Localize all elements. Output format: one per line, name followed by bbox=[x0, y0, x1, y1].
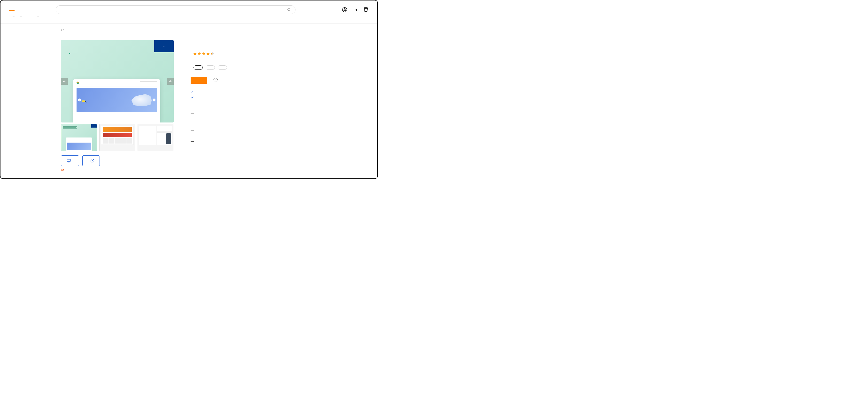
currency-selector[interactable]: ▾ bbox=[354, 7, 358, 12]
svg-marker-11 bbox=[206, 52, 210, 55]
svg-line-7 bbox=[92, 159, 94, 161]
svg-point-3 bbox=[344, 8, 345, 10]
svg-rect-4 bbox=[67, 159, 70, 161]
add-to-wishlist-button[interactable] bbox=[213, 78, 220, 83]
feature-item bbox=[191, 123, 319, 126]
feature-item bbox=[191, 128, 319, 132]
rating-stars bbox=[193, 52, 214, 56]
check-icon bbox=[191, 96, 194, 99]
add-to-cart-button[interactable] bbox=[191, 77, 207, 84]
feature-list bbox=[191, 112, 319, 149]
cursor-icon: ↖ bbox=[85, 101, 87, 103]
hyva-badge: → bbox=[154, 40, 174, 52]
feature-item bbox=[191, 112, 319, 115]
magento-icon bbox=[61, 168, 64, 172]
monitor-icon bbox=[67, 159, 71, 163]
explore-demo-button[interactable] bbox=[61, 155, 79, 166]
feature-item bbox=[191, 145, 319, 149]
gallery-next[interactable] bbox=[167, 78, 174, 85]
version-info bbox=[61, 168, 174, 172]
benefit-row bbox=[191, 90, 319, 93]
main-nav bbox=[0, 14, 377, 24]
external-link-icon bbox=[90, 159, 94, 163]
feature-item bbox=[191, 134, 319, 137]
svg-marker-10 bbox=[202, 52, 205, 55]
breadcrumb: / / bbox=[61, 28, 377, 32]
svg-marker-9 bbox=[197, 52, 201, 55]
user-guide-button[interactable] bbox=[82, 155, 100, 166]
edition-enterprise[interactable] bbox=[206, 65, 215, 70]
gallery-thumb-3[interactable] bbox=[137, 124, 174, 151]
gallery-main[interactable]: → bbox=[61, 40, 174, 123]
feature-item bbox=[191, 139, 319, 143]
search-icon[interactable] bbox=[287, 8, 291, 11]
svg-marker-8 bbox=[193, 52, 196, 55]
chevron-down-icon: ▾ bbox=[355, 7, 358, 12]
svg-marker-14 bbox=[211, 52, 214, 55]
check-icon bbox=[191, 90, 194, 93]
search-input[interactable] bbox=[60, 8, 287, 11]
cart-button[interactable] bbox=[363, 7, 369, 12]
gallery-thumb-2[interactable] bbox=[99, 124, 135, 151]
edition-cloud[interactable] bbox=[218, 65, 227, 70]
svg-point-0 bbox=[288, 8, 290, 11]
gallery-prev[interactable] bbox=[61, 78, 68, 85]
edition-community[interactable] bbox=[193, 65, 203, 70]
login-link[interactable] bbox=[342, 7, 349, 12]
gallery-thumb-1[interactable] bbox=[61, 124, 97, 151]
feature-item bbox=[191, 117, 319, 121]
heart-icon bbox=[213, 78, 218, 83]
search-bar[interactable] bbox=[56, 5, 296, 14]
svg-line-1 bbox=[290, 10, 290, 11]
mock-window: ‹ › ↖ bbox=[73, 79, 160, 123]
benefit-row bbox=[191, 96, 319, 99]
